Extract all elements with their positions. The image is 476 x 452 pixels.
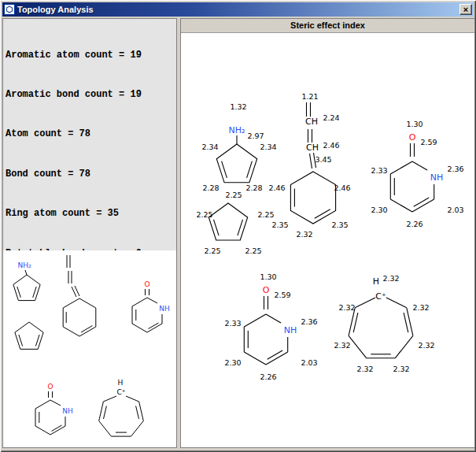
mini-aminocyclopentadiene: NH₂ — [13, 261, 40, 301]
steric-value: 2.36 — [447, 165, 463, 173]
steric-value: 3.45 — [315, 155, 331, 164]
steric-value: 2.25 — [257, 210, 274, 219]
nh-atom-label: NH — [159, 305, 170, 313]
mini-pyridinone-1-bonds — [132, 289, 162, 332]
close-button[interactable]: × — [459, 4, 472, 15]
app-icon-glyph — [4, 4, 15, 15]
metric-line: Atom count = 78 — [6, 128, 174, 141]
oxygen-atom-label: O — [263, 285, 270, 295]
mini-pyridinone-1: O NH — [132, 280, 170, 332]
app-icon — [4, 4, 15, 15]
steric-value: 2.32 — [412, 303, 429, 312]
steric-value: 1.30 — [260, 272, 276, 281]
cumulene-ring-bonds — [290, 172, 335, 224]
steric-value: 2.35 — [271, 220, 288, 229]
nh-atom-label: NH — [430, 172, 444, 183]
tropylium-bonds — [349, 298, 413, 358]
steric-value: 2.30 — [224, 358, 241, 367]
mini-cumulene — [63, 255, 96, 336]
steric-canvas: 1.32 NH₂ 2.97 2.34 2.34 2.28 2.28 — [181, 33, 474, 447]
steric-value: 2.24 — [323, 113, 339, 122]
steric-value: 2.25 — [225, 191, 242, 199]
steric-value: 1.32 — [230, 102, 246, 111]
metric-line: Aromatic bond count = 19 — [6, 88, 174, 102]
metric-line: Aromatic atom count = 19 — [6, 49, 174, 62]
steric-value: 2.46 — [334, 183, 350, 192]
mini-aminocyclopentadiene-bonds — [13, 270, 40, 301]
mini-cyclopentadiene — [15, 322, 43, 349]
mini-tropylium: H C⁺ — [99, 379, 144, 436]
ch-atom-label: CH — [306, 143, 319, 153]
steric-value: 2.28 — [202, 183, 219, 192]
topology-metrics-list: Aromatic atom count = 19 Aromatic bond c… — [3, 19, 176, 250]
steric-value: 2.32 — [338, 303, 355, 312]
oxygen-atom-label: O — [409, 132, 416, 143]
molecule-cumulene: 1.21 CH 2.24 CH 2.46 3.45 — [268, 92, 350, 239]
steric-value: 1.21 — [301, 92, 318, 101]
mini-cyclopentadiene-bonds — [15, 322, 43, 349]
steric-value: 2.30 — [371, 206, 387, 214]
hydrogen-atom-label: H — [118, 379, 124, 387]
steric-panel-title: Steric effect index — [290, 20, 365, 30]
window-body: Aromatic atom count = 19 Aromatic bond c… — [2, 17, 474, 448]
steric-value: 2.46 — [268, 183, 285, 192]
mini-pyridinone-2-bonds — [35, 391, 65, 435]
steric-value: 2.34 — [201, 143, 218, 151]
steric-structures-canvas: 1.32 NH₂ 2.97 2.34 2.34 2.28 2.28 — [181, 33, 474, 447]
steric-panel: Steric effect index 1.32 NH₂ 2.9 — [180, 18, 475, 448]
fragment-structures-canvas: NH₂ — [3, 250, 176, 447]
steric-value: 2.25 — [196, 210, 212, 219]
steric-value: 2.46 — [323, 141, 339, 150]
steric-value: 2.26 — [260, 372, 276, 381]
steric-value: 2.25 — [204, 246, 220, 255]
oxygen-atom-label: O — [47, 383, 53, 391]
hydrogen-atom-label: H — [373, 276, 379, 287]
cyclopentadiene-bonds — [208, 203, 247, 240]
mini-cumulene-bonds — [63, 255, 96, 336]
molecule-aminocyclopentadiene: 1.32 NH₂ 2.97 2.34 2.34 2.28 2.28 — [201, 102, 276, 192]
fragment-preview-panel: NH₂ — [3, 250, 176, 447]
amine-atom-label: NH₂ — [17, 261, 31, 269]
steric-value: 2.32 — [296, 230, 312, 239]
nh-atom-label: NH — [62, 407, 73, 415]
steric-value: 2.26 — [406, 220, 422, 228]
metric-line: Ring atom count = 35 — [6, 207, 174, 220]
metric-line: Bond count = 78 — [6, 168, 174, 181]
molecule-cyclopentadiene: 2.25 2.25 2.25 2.25 2.25 — [196, 191, 274, 255]
window-title: Topology Analysis — [17, 5, 457, 14]
steric-value: 2.28 — [245, 183, 262, 192]
steric-value: 2.03 — [301, 358, 317, 367]
pyridinone-top-bonds — [390, 143, 434, 212]
carbocation-atom-label: C⁺ — [116, 388, 125, 396]
molecule-pyridinone-bottom: 1.30 O NH — [224, 272, 317, 381]
steric-panel-header: Steric effect index — [181, 19, 474, 33]
steric-value: 1.30 — [406, 120, 422, 128]
steric-value: 2.33 — [371, 166, 387, 175]
steric-value: 2.97 — [247, 132, 264, 140]
steric-value: 2.32 — [393, 365, 409, 373]
steric-value: 2.32 — [334, 341, 350, 350]
steric-value: 2.32 — [382, 274, 399, 283]
steric-value: 2.36 — [301, 317, 317, 326]
topology-analysis-window: Topology Analysis × Aromatic atom count … — [0, 0, 476, 452]
left-panel: Aromatic atom count = 19 Aromatic bond c… — [2, 18, 177, 448]
steric-value: 2.25 — [245, 246, 261, 255]
molecule-pyridinone-top: 1.30 O NH — [371, 120, 463, 228]
steric-value: 2.33 — [224, 319, 241, 328]
carbocation-atom-label: C⁺ — [375, 291, 386, 302]
steric-value: 2.59 — [420, 138, 437, 146]
nh-atom-label: NH — [284, 325, 297, 335]
oxygen-atom-label: O — [144, 280, 149, 288]
aminocyclopentadiene-bonds — [216, 135, 256, 183]
steric-value: 2.59 — [274, 291, 290, 299]
title-bar[interactable]: Topology Analysis × — [2, 2, 474, 17]
molecule-tropylium: H 2.32 C⁺ — [334, 274, 434, 373]
steric-value: 2.32 — [418, 341, 434, 350]
steric-value: 2.32 — [356, 365, 373, 373]
amine-atom-label: NH₂ — [229, 125, 245, 135]
steric-value: 2.03 — [447, 206, 463, 214]
mini-tropylium-bonds — [99, 396, 144, 436]
pyridinone-bottom-bonds — [244, 296, 287, 365]
ch-atom-label: CH — [305, 117, 318, 127]
close-icon: × — [463, 5, 468, 14]
